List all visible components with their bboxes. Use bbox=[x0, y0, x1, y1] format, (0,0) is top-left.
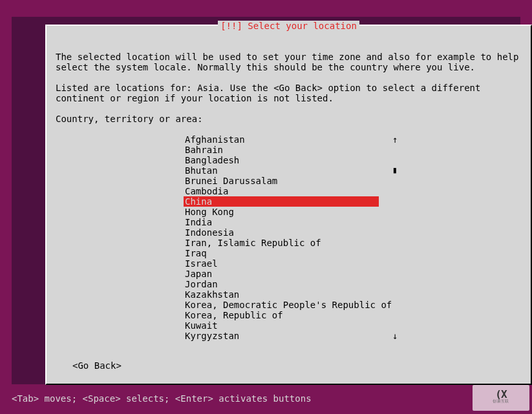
country-item[interactable]: India bbox=[184, 217, 392, 227]
scroll-thumb-icon[interactable]: ▮ bbox=[390, 165, 399, 175]
scroll-down-icon[interactable]: ↓ bbox=[390, 331, 399, 341]
country-item[interactable]: Kazakhstan bbox=[184, 289, 392, 300]
country-item[interactable]: Korea, Republic of bbox=[184, 310, 392, 320]
footer-hint: <Tab> moves; <Space> selects; <Enter> ac… bbox=[12, 393, 312, 404]
country-item[interactable]: Iraq bbox=[184, 248, 392, 258]
watermark: (X 创新互联 bbox=[473, 385, 529, 411]
country-item[interactable]: Bangladesh bbox=[184, 155, 392, 165]
country-item[interactable]: Bahrain bbox=[184, 145, 392, 155]
country-item[interactable]: Brunei Darussalam bbox=[184, 176, 392, 186]
scroll-up-icon[interactable]: ↑ bbox=[390, 134, 399, 145]
country-item[interactable]: Jordan bbox=[184, 279, 392, 289]
country-item[interactable]: Kyrgyzstan bbox=[184, 331, 392, 341]
country-item[interactable]: China bbox=[184, 196, 379, 207]
dialog-title-prefix: [!!] bbox=[220, 21, 248, 31]
watermark-logo: (X bbox=[495, 391, 506, 398]
country-item[interactable]: Hong Kong bbox=[184, 207, 392, 217]
country-item[interactable]: Indonesia bbox=[184, 227, 392, 238]
watermark-text: 创新互联 bbox=[493, 398, 509, 404]
country-list[interactable]: ↑ ▮ ↓ AfghanistanBahrainBangladeshBhutan… bbox=[184, 134, 392, 341]
description-paragraph-2: Listed are locations for: Asia. Use the … bbox=[56, 83, 522, 103]
country-item[interactable]: Iran, Islamic Republic of bbox=[184, 238, 392, 248]
country-item[interactable]: Korea, Democratic People's Republic of bbox=[184, 300, 392, 310]
country-item[interactable]: Afghanistan bbox=[184, 134, 392, 145]
list-prompt: Country, territory or area: bbox=[56, 114, 522, 124]
country-item[interactable]: Japan bbox=[184, 269, 392, 279]
description-paragraph-1: The selected location will be used to se… bbox=[56, 52, 522, 72]
select-location-dialog: [!!] Select your location The selected l… bbox=[45, 25, 532, 385]
dialog-title: Select your location bbox=[248, 21, 357, 31]
go-back-button[interactable]: <Go Back> bbox=[72, 360, 522, 371]
country-item[interactable]: Cambodia bbox=[184, 186, 392, 196]
dialog-title-row: [!!] Select your location bbox=[47, 21, 531, 31]
country-item[interactable]: Bhutan bbox=[184, 165, 392, 176]
country-item[interactable]: Israel bbox=[184, 258, 392, 269]
country-item[interactable]: Kuwait bbox=[184, 320, 392, 331]
